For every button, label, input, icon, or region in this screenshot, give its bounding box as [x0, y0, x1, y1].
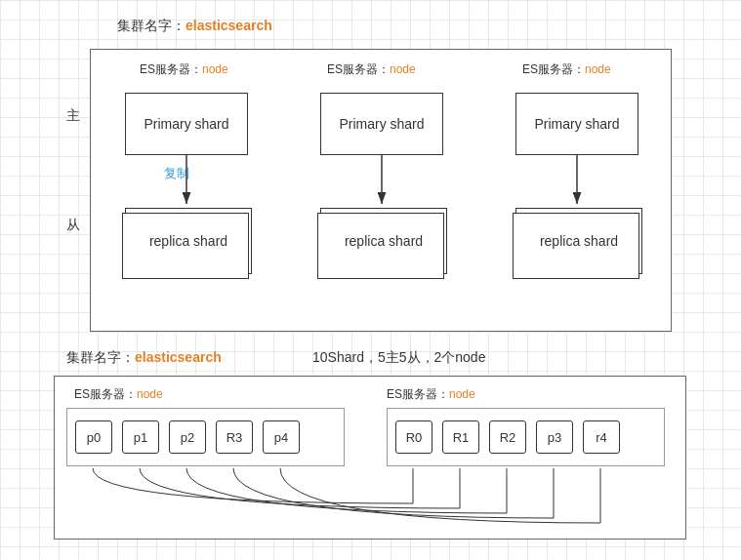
- bottom-node-name-1: node: [137, 387, 163, 401]
- shard-p1-label: p1: [134, 430, 147, 445]
- shard-p0: p0: [75, 420, 112, 454]
- copy-label-text: 复制: [164, 166, 189, 180]
- primary-shard-2: Primary shard: [320, 93, 443, 155]
- node-name-3: node: [585, 62, 611, 76]
- shard-p2: p2: [169, 420, 206, 454]
- side-replica-label: 从: [66, 217, 80, 234]
- primary-shard-label-2: Primary shard: [339, 116, 424, 132]
- shard-p0-label: p0: [87, 430, 101, 445]
- bottom-cluster-label-text: 集群名字：: [66, 349, 135, 365]
- side-replica-text: 从: [66, 217, 80, 232]
- shard-r4: r4: [583, 420, 620, 454]
- shard-p2-label: p2: [181, 430, 194, 445]
- node-name-1: node: [202, 62, 228, 76]
- shard-R1: R1: [442, 420, 479, 454]
- bottom-node-label-text-1: ES服务器：: [74, 387, 137, 401]
- side-main-label: 主: [66, 107, 80, 125]
- primary-shard-label-1: Primary shard: [144, 116, 228, 132]
- replica-shard-3: replica shard: [515, 208, 642, 274]
- primary-shard-label-3: Primary shard: [534, 116, 619, 132]
- bottom-node-label-1: ES服务器：node: [74, 386, 163, 403]
- cluster-name-text: elasticsearch: [185, 18, 272, 33]
- shard-p4: p4: [263, 420, 300, 454]
- shard-R0-label: R0: [406, 430, 423, 445]
- node-label-2: ES服务器：node: [327, 61, 416, 78]
- shard-R0: R0: [395, 420, 432, 454]
- replica-shard-label-1: replica shard: [149, 233, 227, 249]
- bottom-node-label-text-2: ES服务器：: [387, 387, 449, 401]
- primary-shard-1: Primary shard: [125, 93, 248, 155]
- shard-p3: p3: [536, 420, 573, 454]
- node-label-text-2: ES服务器：: [327, 62, 390, 76]
- shard-p4-label: p4: [274, 430, 288, 445]
- shard-R3: R3: [216, 420, 253, 454]
- primary-shard-3: Primary shard: [515, 93, 638, 155]
- bottom-cluster-name-text: elasticsearch: [135, 349, 222, 365]
- copy-label: 复制: [164, 165, 189, 182]
- side-main-text: 主: [66, 107, 80, 123]
- shard-info-text: 10Shard，5主5从，2个node: [312, 349, 485, 365]
- shard-p3-label: p3: [548, 430, 561, 445]
- replica-shard-2: replica shard: [320, 208, 447, 274]
- bottom-node-name-2: node: [449, 387, 475, 401]
- node-name-2: node: [390, 62, 416, 76]
- shard-R1-label: R1: [453, 430, 470, 445]
- top-cluster-label: 集群名字：elasticsearch: [117, 18, 272, 35]
- bottom-cluster-label: 集群名字：elasticsearch: [66, 349, 222, 367]
- shard-p1: p1: [122, 420, 159, 454]
- node-label-1: ES服务器：node: [140, 61, 228, 78]
- node-label-text-3: ES服务器：: [522, 62, 585, 76]
- shard-R2-label: R2: [500, 430, 516, 445]
- left-node-box: p0 p1 p2 R3 p4: [66, 408, 345, 466]
- replica-shard-label-2: replica shard: [345, 233, 423, 249]
- replica-shard-1: replica shard: [125, 208, 252, 274]
- shard-info: 10Shard，5主5从，2个node: [312, 349, 485, 367]
- shard-R3-label: R3: [226, 430, 243, 445]
- shard-R2: R2: [489, 420, 526, 454]
- replica-shard-label-3: replica shard: [540, 233, 618, 249]
- bottom-outer-box: ES服务器：node ES服务器：node p0 p1 p2 R3: [54, 376, 686, 540]
- shard-r4-label: r4: [596, 430, 607, 445]
- bottom-node-label-2: ES服务器：node: [387, 386, 475, 403]
- top-outer-box: ES服务器：node ES服务器：node ES服务器：node Primary…: [90, 49, 672, 332]
- node-label-text-1: ES服务器：: [140, 62, 202, 76]
- right-node-box: R0 R1 R2 p3 r4: [387, 408, 665, 466]
- node-label-3: ES服务器：node: [522, 61, 611, 78]
- cluster-label-text: 集群名字：: [117, 18, 185, 33]
